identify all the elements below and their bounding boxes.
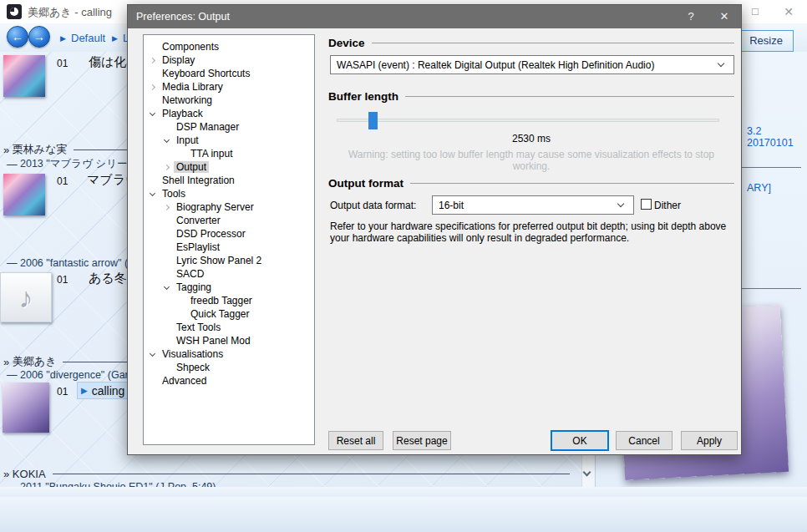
- tree-item-label: Shell Integration: [160, 175, 237, 186]
- missing-art-music-note-icon: ♪: [0, 272, 52, 322]
- scroll-down-arrow-icon[interactable]: [584, 466, 592, 474]
- apply-button[interactable]: Apply: [681, 431, 738, 450]
- album-dash: —: [7, 257, 18, 269]
- forward-button[interactable]: →: [28, 26, 50, 48]
- tree-item-lyric-show-panel-2[interactable]: Lyric Show Panel 2: [144, 254, 314, 267]
- resize-button[interactable]: Resize: [738, 30, 794, 52]
- close-window-button[interactable]: ✕: [777, 3, 800, 20]
- ok-button[interactable]: OK: [551, 430, 609, 451]
- chevron-down-icon[interactable]: [150, 350, 155, 356]
- breadcrumb-item-default[interactable]: Default: [71, 32, 105, 44]
- breadcrumb-separator-icon: ▶: [60, 34, 66, 43]
- help-button[interactable]: ?: [674, 5, 708, 28]
- buffer-warning-text: Warning: setting too low buffer length m…: [328, 149, 734, 172]
- chevron-down-icon[interactable]: [150, 190, 155, 195]
- track-number: 01: [57, 175, 68, 187]
- output-format-dropdown[interactable]: 16-bit: [432, 195, 634, 215]
- album-art-thumbnail: [3, 174, 45, 215]
- chevron-down-icon[interactable]: [164, 136, 170, 142]
- breadcrumb-separator-icon: ▶: [112, 34, 118, 43]
- group-marker: »: [3, 468, 9, 480]
- back-button[interactable]: ←: [7, 26, 28, 48]
- reset-all-button[interactable]: Reset all: [328, 431, 383, 450]
- chevron-down-icon[interactable]: [150, 109, 155, 115]
- tree-item-wsh-panel-mod[interactable]: WSH Panel Mod: [144, 334, 314, 347]
- tree-item-visualisations[interactable]: Visualisations: [144, 347, 314, 361]
- tree-item-label: Converter: [174, 215, 223, 226]
- maximize-button[interactable]: □: [744, 3, 767, 20]
- info-library-text: ARY]: [747, 182, 771, 194]
- buffer-length-slider[interactable]: [337, 119, 719, 122]
- reset-page-button[interactable]: Reset page: [393, 431, 451, 450]
- chevron-right-icon[interactable]: [164, 204, 170, 210]
- chevron-right-icon[interactable]: [150, 57, 155, 63]
- tree-item-shpeck[interactable]: Shpeck: [144, 361, 314, 374]
- foobar2000-logo-glyph: [9, 7, 19, 17]
- tree-item-input[interactable]: Input: [144, 134, 314, 147]
- device-section-header: Device: [328, 37, 734, 49]
- buffer-slider-thumb[interactable]: [368, 112, 378, 129]
- tree-item-label: EsPlaylist: [174, 241, 222, 253]
- dialog-titlebar[interactable]: Preferences: Output ? ✕: [128, 5, 741, 28]
- tree-item-tools[interactable]: Tools: [144, 187, 314, 200]
- tree-item-networking[interactable]: Networking: [144, 94, 314, 107]
- output-format-section-header: Output format: [328, 177, 734, 190]
- album-art-thumbnail: [3, 383, 49, 433]
- chevron-right-icon[interactable]: [164, 164, 170, 170]
- tree-item-components[interactable]: Components: [144, 40, 314, 53]
- track-title[interactable]: calling: [92, 384, 125, 398]
- tree-item-label: Components: [160, 41, 221, 53]
- tree-item-text-tools[interactable]: Text Tools: [144, 321, 314, 334]
- artist-name[interactable]: KOKIA: [13, 468, 46, 480]
- tree-item-freedb-tagger[interactable]: freedb Tagger: [144, 294, 314, 307]
- tree-item-label: Lyric Show Panel 2: [174, 255, 264, 266]
- tree-item-label: Input: [174, 134, 201, 146]
- group-rule: [53, 474, 570, 474]
- tree-item-quick-tagger[interactable]: Quick Tagger: [144, 307, 314, 321]
- tree-item-playback[interactable]: Playback: [144, 107, 314, 120]
- tree-item-label: SACD: [174, 268, 206, 280]
- chevron-down-icon[interactable]: [164, 283, 170, 289]
- tree-item-label: Networking: [160, 94, 215, 106]
- close-dialog-button[interactable]: ✕: [708, 5, 741, 28]
- tree-item-tta-input[interactable]: TTA input: [144, 147, 314, 160]
- artist-name[interactable]: 美郷あき: [13, 354, 57, 369]
- tree-item-output[interactable]: Output: [144, 160, 314, 174]
- tree-item-label: TTA input: [188, 148, 235, 160]
- tree-item-advanced[interactable]: Advanced: [144, 374, 314, 388]
- tree-item-display[interactable]: Display: [144, 53, 314, 67]
- tree-item-shell-integration[interactable]: Shell Integration: [144, 174, 314, 187]
- artist-name[interactable]: 栗林みな実: [13, 142, 68, 157]
- tree-item-tagging[interactable]: Tagging: [144, 281, 314, 294]
- tree-item-label: WSH Panel Mod: [174, 335, 253, 347]
- tree-item-esplaylist[interactable]: EsPlaylist: [144, 241, 314, 254]
- preferences-tree: ComponentsDisplayKeyboard ShortcutsMedia…: [143, 34, 315, 445]
- tree-item-label: Advanced: [160, 375, 209, 387]
- tree-item-label: Keyboard Shortcuts: [160, 68, 252, 79]
- dither-checkbox[interactable]: [641, 199, 652, 210]
- tree-item-biography-server[interactable]: Biography Server: [144, 200, 314, 214]
- album-dash: —: [7, 159, 18, 170]
- output-format-value: 16-bit: [433, 200, 613, 211]
- player-controls-bar: 1:30 / 5:39: [0, 497, 807, 532]
- tree-item-label: Quick Tagger: [188, 308, 251, 320]
- tree-item-label: Text Tools: [174, 322, 223, 333]
- tree-item-sacd[interactable]: SACD: [144, 267, 314, 281]
- chevron-right-icon[interactable]: [150, 84, 155, 89]
- tree-item-converter[interactable]: Converter: [144, 214, 314, 227]
- buffer-section-header: Buffer length: [328, 90, 734, 103]
- tree-item-keyboard-shortcuts[interactable]: Keyboard Shortcuts: [144, 67, 314, 80]
- tree-item-media-library[interactable]: Media Library: [144, 80, 314, 94]
- tree-item-dsd-processor[interactable]: DSD Processor: [144, 227, 314, 241]
- cancel-button[interactable]: Cancel: [616, 431, 672, 450]
- tree-item-label: Tagging: [174, 281, 214, 293]
- tree-item-dsp-manager[interactable]: DSP Manager: [144, 120, 314, 134]
- tree-item-label: DSP Manager: [174, 121, 241, 133]
- tree-item-label: Playback: [160, 108, 206, 119]
- dialog-title: Preferences: Output: [136, 11, 674, 23]
- track-number: 01: [57, 274, 68, 286]
- group-marker: »: [3, 144, 9, 156]
- track-number: 01: [57, 58, 68, 69]
- device-dropdown[interactable]: WASAPI (event) : Realtek Digital Output …: [330, 55, 734, 74]
- artist-group-header: » KOKIA: [3, 468, 578, 480]
